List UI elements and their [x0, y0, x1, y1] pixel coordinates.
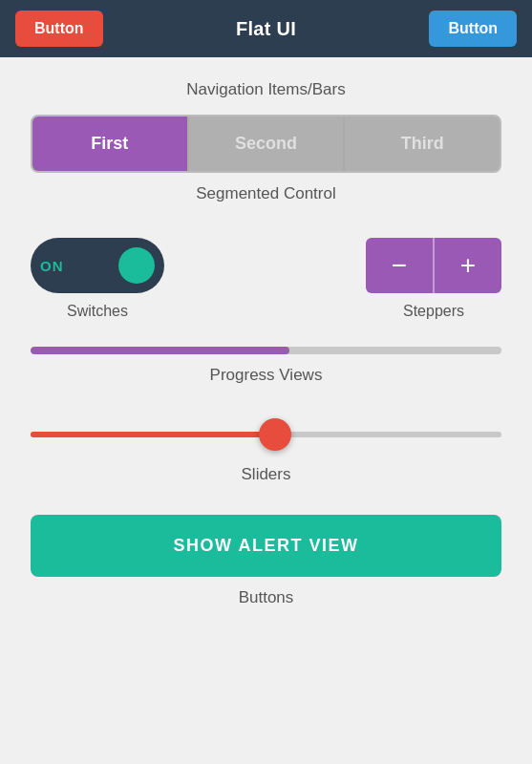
stepper-plus-button[interactable]: +: [435, 238, 501, 293]
header-title: Flat UI: [236, 18, 296, 40]
slider-section: Sliders: [31, 415, 501, 507]
progress-bar-track: [31, 347, 501, 354]
show-alert-button[interactable]: SHOW ALERT VIEW: [31, 515, 501, 577]
header-left-button[interactable]: Button: [15, 11, 103, 47]
stepper-label: Steppers: [403, 303, 464, 320]
switch-on-label: ON: [40, 258, 64, 274]
stepper: − +: [366, 238, 501, 293]
switch-label: Switches: [67, 303, 128, 320]
segmented-control-label: Segmented Control: [31, 184, 501, 203]
switch-group: ON Switches: [31, 238, 164, 320]
seg-item-third[interactable]: Third: [345, 117, 500, 171]
segmented-control: First Second Third: [31, 115, 501, 173]
progress-section: Progress Views: [31, 347, 501, 408]
nav-section: Navigation Items/Bars First Second Third…: [31, 80, 501, 230]
header-right-button[interactable]: Button: [429, 11, 517, 47]
nav-section-label: Navigation Items/Bars: [31, 80, 501, 99]
switch-thumb: [118, 247, 155, 284]
progress-bar-fill: [31, 347, 289, 354]
buttons-section-label: Buttons: [31, 588, 501, 607]
slider-fill: [31, 432, 275, 437]
stepper-group: − + Steppers: [366, 238, 501, 320]
switch[interactable]: ON: [31, 238, 164, 293]
seg-item-second[interactable]: Second: [189, 117, 346, 171]
stepper-minus-button[interactable]: −: [366, 238, 433, 293]
slider-wrapper: [31, 415, 501, 454]
header: Button Flat UI Button: [0, 0, 532, 57]
main-content: Navigation Items/Bars First Second Third…: [0, 57, 532, 630]
controls-row: ON Switches − + Steppers: [31, 238, 501, 320]
slider-label: Sliders: [31, 465, 501, 484]
seg-item-first[interactable]: First: [32, 117, 189, 171]
slider-thumb[interactable]: [259, 418, 291, 451]
progress-label: Progress Views: [31, 366, 501, 385]
